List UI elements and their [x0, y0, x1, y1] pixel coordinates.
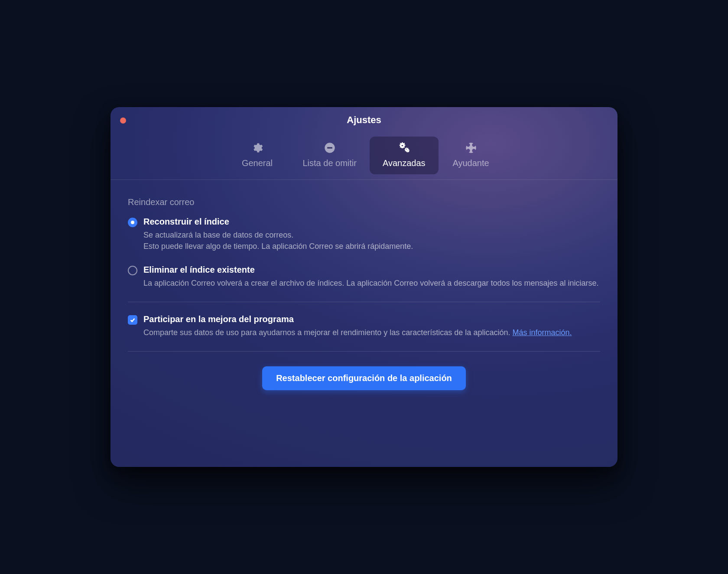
option-description: Comparte sus datos de uso para ayudarnos… [143, 327, 600, 338]
checkbox-improvement[interactable] [128, 315, 137, 325]
option-body: Reconstruir el índice Se actualizará la … [143, 217, 600, 252]
radio-delete-index[interactable] [128, 266, 137, 275]
option-body: Participar en la mejora del programa Com… [143, 314, 600, 338]
divider [128, 351, 600, 352]
option-delete-index: Eliminar el índice existente La aplicaci… [128, 265, 600, 289]
desc-line: Se actualizará la base de datos de corre… [143, 231, 293, 239]
assistant-icon [465, 142, 477, 154]
close-button[interactable] [120, 117, 126, 124]
radio-rebuild-index[interactable] [128, 218, 137, 227]
titlebar: Ajustes [110, 107, 618, 133]
option-rebuild-index: Reconstruir el índice Se actualizará la … [128, 217, 600, 252]
minus-circle-icon [324, 142, 336, 154]
desc-line: Esto puede llevar algo de tiempo. La apl… [143, 242, 413, 251]
option-description: La aplicación Correo volverá a crear el … [143, 277, 600, 289]
reset-settings-button[interactable]: Restablecer configuración de la aplicaci… [262, 366, 466, 390]
tab-general[interactable]: General [224, 137, 289, 174]
tab-advanced[interactable]: Avanzadas [370, 137, 439, 174]
option-body: Eliminar el índice existente La aplicaci… [143, 265, 600, 289]
button-row: Restablecer configuración de la aplicaci… [128, 364, 600, 390]
tab-label: Avanzadas [383, 158, 426, 168]
gear-icon [251, 142, 263, 154]
tab-bar: General Lista de omitir Avanzadas Ayudan… [110, 133, 618, 180]
option-title: Eliminar el índice existente [143, 265, 600, 275]
gears-icon [398, 142, 410, 154]
content-area: Reindexar correo Reconstruir el índice S… [110, 180, 618, 467]
option-improvement-program: Participar en la mejora del programa Com… [128, 314, 600, 338]
option-title: Participar en la mejora del programa [143, 314, 600, 324]
tab-label: Lista de omitir [302, 158, 357, 168]
section-heading: Reindexar correo [128, 197, 600, 207]
tab-assistant[interactable]: Ayudante [439, 137, 504, 174]
svg-rect-1 [327, 147, 332, 148]
window-title: Ajustes [347, 114, 381, 126]
option-description: Se actualizará la base de datos de corre… [143, 229, 600, 252]
divider [128, 302, 600, 302]
more-info-link[interactable]: Más información. [512, 328, 572, 337]
settings-window: Ajustes General Lista de omitir Avanzada… [110, 107, 618, 467]
tab-skip-list[interactable]: Lista de omitir [289, 137, 370, 174]
tab-label: General [242, 158, 273, 168]
option-title: Reconstruir el índice [143, 217, 600, 227]
desc-text: Comparte sus datos de uso para ayudarnos… [143, 328, 512, 337]
tab-label: Ayudante [452, 158, 489, 168]
